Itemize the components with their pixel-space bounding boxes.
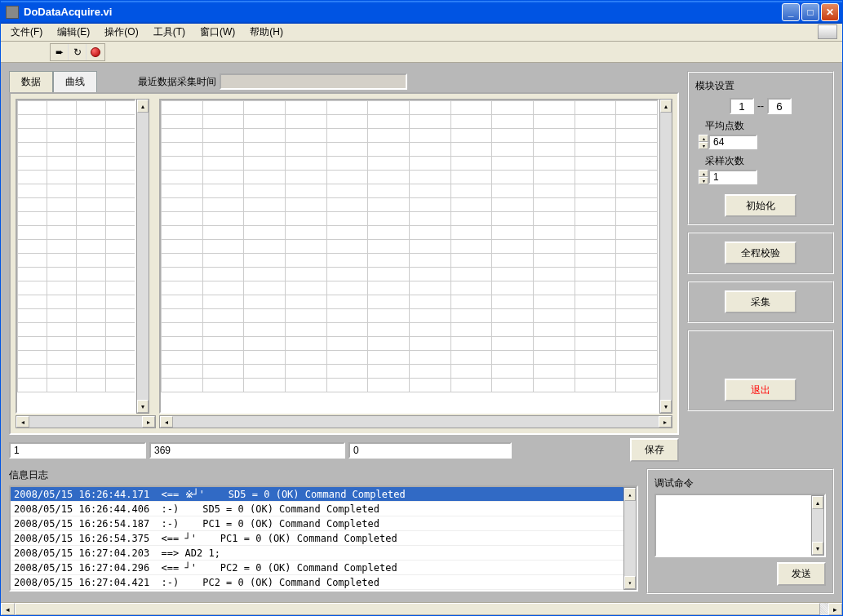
log-title: 信息日志 [9, 468, 638, 482]
debug-vscroll[interactable]: ▴ ▾ [811, 495, 824, 556]
save-button[interactable]: 保存 [630, 438, 679, 462]
input-index-2[interactable]: 369 [149, 442, 345, 459]
acquire-box: 采集 [687, 281, 834, 323]
scroll-up-icon[interactable]: ▴ [137, 100, 149, 113]
log-section: 信息日志 2008/05/15 16:26:44.171 <== ※┘' SD5… [9, 468, 834, 594]
avg-points-spinner: ▴ ▾ 64 [699, 135, 826, 149]
run-button[interactable]: ➨ [51, 44, 69, 60]
arrow-icon: ➨ [55, 47, 64, 58]
log-line[interactable]: 2008/05/15 16:27:04.296 <== ┘' PC2 = 0 (… [11, 561, 623, 575]
module-end-input[interactable] [767, 98, 792, 114]
loop-icon: ↻ [73, 47, 82, 58]
scroll-down-icon[interactable]: ▾ [624, 576, 636, 589]
scroll-right-icon[interactable]: ▸ [659, 416, 672, 428]
log-line[interactable]: 2008/05/15 16:26:44.406 :-) SD5 = 0 (OK)… [11, 502, 623, 516]
left-panel: 数据 曲线 最近数据采集时间 ▴ [9, 71, 679, 462]
scroll-down-icon[interactable]: ▾ [812, 542, 823, 555]
scroll-up-icon[interactable]: ▴ [660, 100, 672, 113]
log-line[interactable]: 2008/05/15 16:26:54.187 :-) PC1 = 0 (OK)… [11, 516, 623, 531]
window-title: DoDataAcquire.vi [24, 6, 782, 18]
menu-tools[interactable]: 工具(T) [147, 24, 192, 41]
debug-textarea[interactable]: ▴ ▾ [654, 494, 826, 557]
minimize-button[interactable]: _ [782, 3, 800, 21]
main-area: 数据 曲线 最近数据采集时间 ▴ [9, 71, 834, 462]
tab-data[interactable]: 数据 [9, 71, 53, 92]
scroll-up-icon[interactable]: ▴ [812, 496, 823, 509]
scroll-down-icon[interactable]: ▾ [137, 400, 149, 413]
scroll-track[interactable] [624, 501, 636, 576]
menu-file[interactable]: 文件(F) [4, 24, 49, 41]
recent-time-label: 最近数据采集时间 [138, 75, 216, 89]
module-range-row: -- [695, 98, 826, 114]
scroll-track[interactable] [137, 113, 149, 400]
acquire-button[interactable]: 采集 [725, 290, 796, 313]
init-button[interactable]: 初始化 [725, 194, 796, 217]
avg-points-field[interactable]: 64 [708, 135, 757, 149]
scroll-left-icon[interactable]: ◂ [1, 603, 15, 615]
scroll-left-icon[interactable]: ◂ [16, 416, 29, 428]
grid-left-vscroll[interactable]: ▴ ▾ [136, 99, 149, 414]
spin-down-icon[interactable]: ▾ [699, 177, 708, 184]
maximize-button[interactable]: □ [801, 3, 819, 21]
abort-button[interactable] [87, 44, 104, 60]
scroll-track[interactable] [812, 509, 823, 542]
module-settings-box: 模块设置 -- 平均点数 ▴ ▾ 64 采样次数 [687, 71, 834, 225]
scroll-right-icon[interactable]: ▸ [828, 603, 842, 615]
menu-window[interactable]: 窗口(W) [193, 24, 242, 41]
toolbar-group: ➨ ↻ [50, 43, 105, 61]
grid-right-inner: ▴ ▾ [159, 99, 672, 414]
menu-help[interactable]: 帮助(H) [243, 24, 290, 41]
scroll-track[interactable] [173, 416, 659, 428]
spinner-buttons: ▴ ▾ [699, 135, 708, 149]
calibrate-button[interactable]: 全程校验 [725, 242, 796, 264]
scroll-track[interactable] [15, 603, 828, 615]
scroll-right-icon[interactable]: ▸ [142, 416, 155, 428]
toolbar: ➨ ↻ [1, 42, 842, 63]
grid-right-hscroll[interactable]: ◂ ▸ [159, 415, 672, 428]
log-line[interactable]: 2008/05/15 16:26:54.375 <== ┘' PC1 = 0 (… [11, 531, 623, 546]
scroll-left-icon[interactable]: ◂ [160, 416, 173, 428]
close-button[interactable]: ✕ [821, 3, 839, 21]
log-lines[interactable]: 2008/05/15 16:26:44.171 <== ※┘' SD5 = 0 … [11, 487, 623, 590]
log-line[interactable]: 2008/05/15 16:27:04.203 ==> AD2 1; [11, 546, 623, 561]
right-panel: 模块设置 -- 平均点数 ▴ ▾ 64 采样次数 [687, 71, 834, 462]
spin-up-icon[interactable]: ▴ [699, 170, 708, 177]
log-line[interactable]: 2008/05/15 16:27:04.421 :-) PC2 = 0 (OK)… [11, 575, 623, 590]
scroll-up-icon[interactable]: ▴ [624, 488, 636, 501]
grid-right-vscroll[interactable]: ▴ ▾ [659, 99, 672, 414]
log-line[interactable]: 2008/05/15 16:26:44.171 <== ※┘' SD5 = 0 … [11, 487, 623, 502]
log-panel: 信息日志 2008/05/15 16:26:44.171 <== ※┘' SD5… [9, 468, 638, 594]
tab-curve[interactable]: 曲线 [53, 71, 97, 92]
vi-icon[interactable] [818, 24, 837, 39]
spin-up-icon[interactable]: ▴ [699, 135, 708, 142]
scroll-thumb[interactable] [15, 603, 820, 615]
range-separator: -- [757, 100, 764, 112]
module-start-input[interactable] [730, 98, 754, 114]
window-controls: _ □ ✕ [782, 3, 842, 21]
log-vscroll[interactable]: ▴ ▾ [623, 487, 637, 590]
run-continuous-button[interactable]: ↻ [69, 44, 87, 60]
exit-button[interactable]: 退出 [725, 379, 796, 401]
grid-left-wrap: ▴ ▾ ◂ ▸ [16, 99, 156, 428]
grid-right-table[interactable] [159, 99, 659, 414]
scroll-track[interactable] [29, 416, 142, 428]
sample-count-field[interactable]: 1 [708, 170, 757, 184]
grid-left-table[interactable] [16, 99, 136, 414]
abort-icon [91, 47, 100, 57]
sample-count-spinner: ▴ ▾ 1 [699, 170, 826, 184]
input-index-1[interactable]: 1 [9, 442, 146, 459]
input-index-3[interactable]: 0 [348, 442, 512, 459]
menu-edit[interactable]: 编辑(E) [51, 24, 96, 41]
grid-left-hscroll[interactable]: ◂ ▸ [16, 415, 156, 428]
bottom-inputs: 1 369 0 保存 [9, 438, 679, 462]
recent-time-field[interactable] [220, 73, 407, 90]
grid-left-inner: ▴ ▾ [16, 99, 156, 414]
main-hscrollbar[interactable]: ◂ ▸ [1, 602, 842, 615]
menu-operate[interactable]: 操作(O) [98, 24, 144, 41]
debug-panel: 调试命令 ▴ ▾ 发送 [646, 468, 834, 594]
send-button[interactable]: 发送 [777, 562, 826, 586]
spin-down-icon[interactable]: ▾ [699, 142, 708, 149]
app-icon [6, 6, 19, 19]
scroll-track[interactable] [660, 113, 672, 400]
scroll-down-icon[interactable]: ▾ [660, 400, 672, 413]
